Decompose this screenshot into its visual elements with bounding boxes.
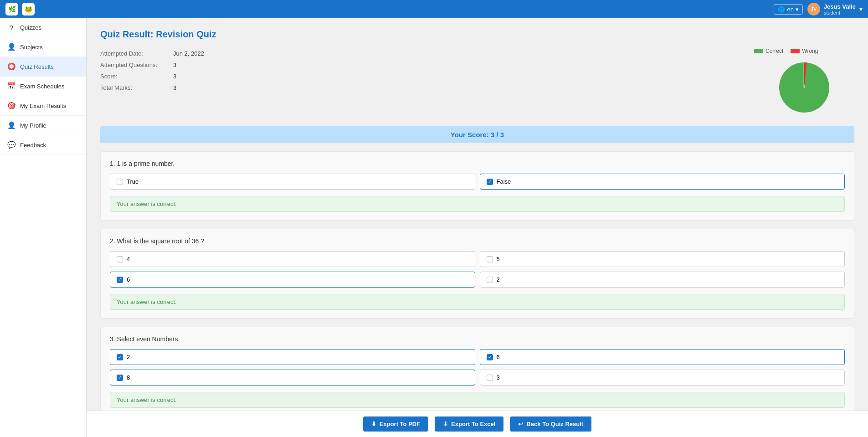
sidebar-label-my-exam-results: My Exam Results	[20, 103, 66, 109]
pie-chart	[775, 58, 834, 117]
sidebar-item-quiz-results[interactable]: ⭕ Quiz Results	[0, 57, 86, 77]
sidebar-item-quizzes[interactable]: ? Quizzes	[0, 18, 86, 37]
back-to-quiz-button[interactable]: ↩ Back To Quiz Result	[510, 416, 591, 432]
option-1-1: True	[110, 174, 475, 190]
option-2-3: ✓6	[110, 272, 475, 288]
legend-wrong-label: Wrong	[802, 48, 818, 54]
option-label-2-3: 6	[127, 276, 130, 283]
back-to-quiz-label: Back To Quiz Result	[526, 421, 583, 427]
avatar: JV	[807, 3, 820, 15]
answer-feedback-2: Your answer is correct.	[110, 294, 845, 310]
export-pdf-button[interactable]: ⬇ Export To PDF	[363, 416, 428, 432]
logo-2: 🐸	[22, 3, 35, 15]
sidebar-label-subjects: Subjects	[20, 44, 43, 51]
option-label-2-1: 4	[127, 256, 130, 262]
option-label-3-4: 3	[497, 374, 500, 381]
user-name: Jesus Valle	[824, 3, 856, 10]
chart-area: Correct Wrong	[754, 48, 854, 117]
score-row: Score: 3	[100, 71, 211, 82]
language-selector[interactable]: 🌐 en ▾	[774, 4, 802, 15]
checkbox-3-4	[487, 375, 493, 381]
checkbox-2-4	[487, 277, 493, 283]
score-value: 3	[173, 71, 211, 82]
sidebar-label-my-profile: My Profile	[20, 122, 46, 129]
exam-schedules-icon: 📅	[7, 82, 15, 90]
sidebar: ? Quizzes 👤 Subjects ⭕ Quiz Results 📅 Ex…	[0, 18, 87, 437]
answer-feedback-3: Your answer is correct.	[110, 392, 845, 408]
header-right: 🌐 en ▾ JV Jesus Valle student ▾	[774, 3, 863, 15]
option-1-2: ✓False	[480, 174, 845, 190]
main-content: Quiz Result: Revision Quiz Attempted Dat…	[87, 18, 868, 437]
options-grid-3: ✓2✓6✓83	[110, 349, 845, 386]
checkbox-3-1: ✓	[117, 354, 123, 360]
legend-correct: Correct	[754, 48, 783, 54]
checkbox-2-3: ✓	[117, 277, 123, 283]
question-block-1: 1. 1 is a prime number.True✓FalseYour an…	[100, 151, 854, 221]
checkbox-2-1	[117, 256, 123, 262]
user-dropdown-icon: ▾	[859, 5, 863, 13]
question-icon: ?	[7, 24, 15, 31]
export-excel-label: Export To Excel	[451, 421, 495, 427]
question-block-3: 3. Select even Numbers.✓2✓6✓83Your answe…	[100, 327, 854, 416]
option-2-2: 5	[480, 251, 845, 267]
option-label-3-1: 2	[127, 354, 130, 360]
back-icon: ↩	[518, 421, 523, 427]
option-label-2-4: 2	[497, 276, 500, 283]
questions-container: 1. 1 is a prime number.True✓FalseYour an…	[100, 151, 854, 416]
correct-dot	[754, 49, 763, 53]
info-chart-row: Attempted Date: Jun 2, 2022 Attempted Qu…	[100, 48, 854, 117]
header-logos: 🌿 🐸	[5, 3, 35, 15]
question-text-2: 2. What is the square root of 36 ?	[110, 237, 845, 245]
score-bar: Your Score: 3 / 3	[100, 126, 854, 143]
globe-icon: 🌐	[778, 6, 785, 13]
chart-legend: Correct Wrong	[754, 48, 818, 54]
checkbox-2-2	[487, 256, 493, 262]
user-details: Jesus Valle student	[824, 3, 856, 15]
sidebar-label-feedback: Feedback	[20, 142, 46, 149]
legend-correct-label: Correct	[765, 48, 783, 54]
attempted-date-label: Attempted Date:	[100, 48, 173, 59]
sidebar-item-my-profile[interactable]: 👤 My Profile	[0, 116, 86, 135]
option-label-3-3: 8	[127, 374, 130, 381]
quiz-info-table: Attempted Date: Jun 2, 2022 Attempted Qu…	[100, 48, 736, 93]
score-label: Score:	[100, 71, 173, 82]
option-3-4: 3	[480, 370, 845, 386]
option-2-1: 4	[110, 251, 475, 267]
my-exam-results-icon: 🎯	[7, 102, 15, 110]
download-icon: ⬇	[371, 421, 376, 427]
sidebar-item-my-exam-results[interactable]: 🎯 My Exam Results	[0, 96, 86, 116]
option-3-2: ✓6	[480, 349, 845, 365]
sidebar-item-subjects[interactable]: 👤 Subjects	[0, 37, 86, 57]
attempted-date-row: Attempted Date: Jun 2, 2022	[100, 48, 211, 59]
sidebar-label-exam-schedules: Exam Schedules	[20, 83, 65, 90]
user-role: student	[824, 10, 856, 15]
total-marks-label: Total Marks:	[100, 82, 173, 93]
bottom-toolbar: ⬇ Export To PDF ⬇ Export To Excel ↩ Back…	[87, 411, 868, 437]
option-label-3-2: 6	[497, 354, 500, 360]
checkbox-3-2: ✓	[487, 354, 493, 360]
option-2-4: 2	[480, 272, 845, 288]
option-label-1-2: False	[497, 178, 511, 185]
question-text-3: 3. Select even Numbers.	[110, 335, 845, 343]
question-text-1: 1. 1 is a prime number.	[110, 160, 845, 167]
logo-1: 🌿	[5, 3, 18, 15]
checkbox-3-3: ✓	[117, 375, 123, 381]
sidebar-item-feedback[interactable]: 💬 Feedback	[0, 135, 86, 155]
answer-feedback-1: Your answer is correct.	[110, 196, 845, 212]
legend-wrong: Wrong	[791, 48, 818, 54]
user-menu[interactable]: JV Jesus Valle student ▾	[807, 3, 863, 15]
lang-label: en	[787, 6, 793, 13]
sidebar-item-exam-schedules[interactable]: 📅 Exam Schedules	[0, 77, 86, 96]
checkbox-1-2: ✓	[487, 179, 493, 185]
sidebar-label-quiz-results: Quiz Results	[20, 63, 54, 70]
options-grid-1: True✓False	[110, 174, 845, 190]
chevron-down-icon: ▾	[796, 6, 799, 13]
export-excel-button[interactable]: ⬇ Export To Excel	[435, 416, 503, 432]
wrong-dot	[791, 49, 800, 53]
attempted-date-value: Jun 2, 2022	[173, 48, 211, 59]
sidebar-label-quizzes: Quizzes	[20, 24, 41, 31]
attempted-questions-value: 3	[173, 59, 211, 71]
attempted-questions-row: Attempted Questions: 3	[100, 59, 211, 71]
option-label-2-2: 5	[497, 256, 500, 262]
total-marks-value: 3	[173, 82, 211, 93]
